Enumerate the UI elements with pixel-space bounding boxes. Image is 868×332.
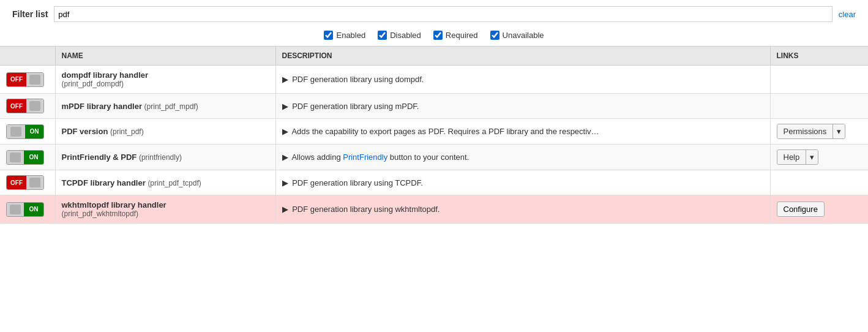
toggle-off[interactable]: OFF [6,72,44,87]
desc-arrow: ▶ [282,102,288,111]
td-name: dompdf library handler (print_pdf_dompdf… [55,66,275,94]
desc-text: PDF generation library using mPDF. [292,102,419,111]
printfriendly-link[interactable]: PrintFriendly [343,153,387,162]
td-toggle: OFF [0,66,55,94]
module-machine-inline: (print_pdf_tcpdf) [148,179,201,187]
module-machine: (print_pdf_dompdf) [62,80,269,88]
td-toggle: OFF [0,170,55,195]
td-name: mPDF library handler (print_pdf_mpdf) [55,94,275,119]
module-name: TCPDF library handler [62,178,146,187]
module-machine-inline: (print_pdf) [110,127,144,136]
module-name: PDF version [62,127,108,136]
td-description: ▶ PDF generation library using wkhtmltop… [275,195,770,224]
desc-arrow: ▶ [282,153,288,162]
desc-arrow: ▶ [282,127,288,136]
filter-bar: Filter list clear [0,0,868,28]
toggle-off[interactable]: OFF [6,99,44,113]
toggle-off[interactable]: OFF [6,175,44,190]
btn-configure[interactable]: Configure [777,202,825,217]
desc-arrow: ▶ [282,75,288,84]
desc-text-pre: Allows adding [291,153,343,162]
checkbox-disabled[interactable]: Disabled [378,31,421,40]
table-row: OFF mPDF library handler (print_pdf_mpdf… [0,94,868,119]
td-name: TCPDF library handler (print_pdf_tcpdf) [55,170,275,195]
col-description: DESCRIPTION [275,47,770,66]
table-row: OFF dompdf library handler (print_pdf_do… [0,66,868,94]
module-machine-inline: (print_pdf_mpdf) [144,102,198,111]
td-description: ▶ PDF generation library using TCPDF. [275,170,770,195]
toggle-split[interactable]: ON [6,124,44,139]
desc-arrow: ▶ [282,205,288,214]
modules-table: NAME DESCRIPTION LINKS OFF dompdf librar… [0,46,868,224]
desc-text: PDF generation library using dompdf. [292,75,424,84]
td-name: wkhtmltopdf library handler (print_pdf_w… [55,195,275,224]
desc-text: PDF generation library using TCPDF. [292,178,423,187]
desc-text: PDF generation library using wkhtmltopdf… [292,205,440,214]
td-links [770,66,868,94]
module-name: wkhtmltopdf library handler [62,200,269,209]
desc-text: Adds the capability to export pages as P… [291,127,599,136]
module-name: mPDF library handler [62,102,142,111]
td-toggle: OFF [0,94,55,119]
col-toggle [0,47,55,66]
help-dropdown-icon[interactable]: ▾ [806,150,818,164]
desc-arrow: ▶ [282,178,288,187]
td-toggle: ON [0,195,55,224]
module-name: PrintFriendly & PDF [62,153,137,162]
toggle-on[interactable]: ON [6,202,44,217]
checkbox-unavailable[interactable]: Unavailable [490,31,544,40]
td-description: ▶ PDF generation library using dompdf. [275,66,770,94]
btn-help[interactable]: Help ▾ [777,149,819,165]
table-row: ON PDF version (print_pdf) ▶ Adds the ca… [0,119,868,145]
desc-text-post: button to your content. [387,153,469,162]
checkbox-required[interactable]: Required [433,31,478,40]
module-name: dompdf library handler [62,70,269,80]
td-links: Configure [770,195,868,224]
td-links: Permissions ▾ [770,119,868,145]
table-header: NAME DESCRIPTION LINKS [0,47,868,66]
td-links [770,94,868,119]
col-name: NAME [55,47,275,66]
module-machine-inline: (printfriendly) [139,153,182,162]
checkbox-bar: Enabled Disabled Required Unavailable [0,28,868,46]
td-name: PDF version (print_pdf) [55,119,275,145]
filter-input[interactable] [54,6,832,22]
table-row: OFF TCPDF library handler (print_pdf_tcp… [0,170,868,195]
clear-link[interactable]: clear [839,10,856,19]
btn-permissions[interactable]: Permissions ▾ [777,124,846,139]
td-links [770,170,868,195]
col-links: LINKS [770,47,868,66]
permissions-dropdown-icon[interactable]: ▾ [833,124,845,138]
td-description: ▶ Allows adding PrintFriendly button to … [275,145,770,170]
td-description: ▶ PDF generation library using mPDF. [275,94,770,119]
table-row: ON PrintFriendly & PDF (printfriendly) ▶… [0,145,868,170]
checkbox-enabled[interactable]: Enabled [324,31,365,40]
filter-label: Filter list [12,9,48,19]
td-name: PrintFriendly & PDF (printfriendly) [55,145,275,170]
td-description: ▶ Adds the capability to export pages as… [275,119,770,145]
td-toggle: ON [0,119,55,145]
table-row: ON wkhtmltopdf library handler (print_pd… [0,195,868,224]
module-machine: (print_pdf_wkhtmltopdf) [62,209,269,218]
td-toggle: ON [0,145,55,170]
td-links: Help ▾ [770,145,868,170]
toggle-on[interactable]: ON [6,150,44,165]
